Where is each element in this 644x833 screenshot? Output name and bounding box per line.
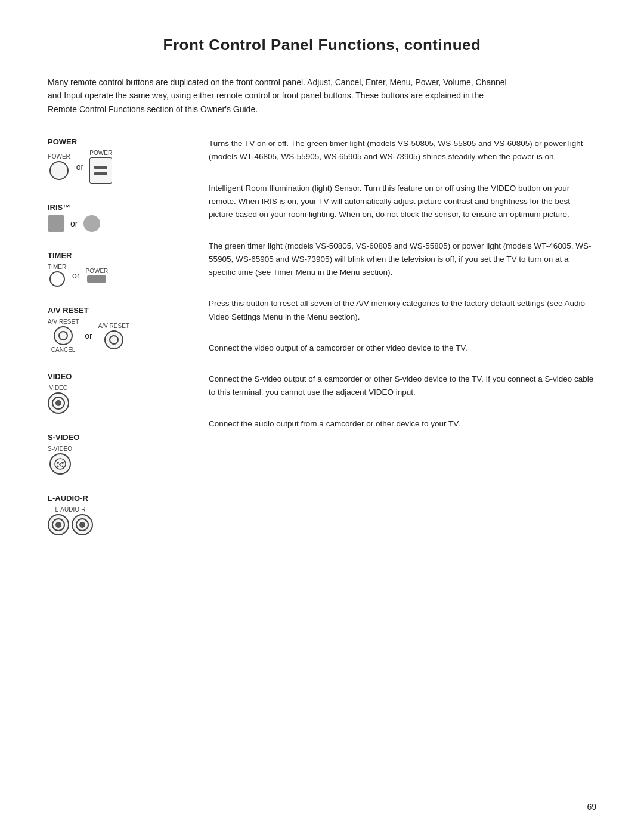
av-reset-icon-wrap-right: A/V RESET bbox=[98, 323, 129, 349]
video-sublabel: VIDEO bbox=[49, 385, 67, 391]
timer-power-rect bbox=[87, 275, 106, 283]
page-number: 69 bbox=[587, 802, 596, 812]
timer-description: The green timer light (models VS-50805, … bbox=[209, 240, 596, 280]
laudio-description: Connect the audio output from a camcorde… bbox=[209, 417, 596, 431]
power-circle-icon bbox=[49, 161, 69, 180]
svg-point-3 bbox=[57, 466, 58, 467]
av-reset-circle-left bbox=[54, 326, 73, 345]
section-av-reset: A/V RESET A/V RESET CANCEL or A/V RESET bbox=[48, 306, 191, 353]
section-laudio: L-AUDIO-R L-AUDIO-R bbox=[48, 494, 191, 535]
laudio-inner-left bbox=[55, 522, 61, 528]
svideo-svg bbox=[54, 457, 67, 470]
svideo-jack-icon bbox=[49, 453, 71, 475]
av-reset-label: A/V RESET bbox=[48, 306, 191, 315]
video-icons-row: VIDEO bbox=[48, 385, 191, 414]
video-jack-mid bbox=[52, 397, 65, 410]
svg-point-2 bbox=[61, 462, 64, 464]
timer-icons-row: TIMER or POWER bbox=[48, 264, 191, 287]
svideo-icon-wrap: S-VIDEO bbox=[48, 445, 72, 475]
laudio-mid-left bbox=[52, 518, 65, 531]
laudio-label: L-AUDIO-R bbox=[48, 494, 191, 503]
power-sublabel-left: POWER bbox=[48, 153, 70, 160]
power-icons-row: POWER or POWER bbox=[48, 150, 191, 184]
timer-sublabel-right: POWER bbox=[86, 268, 109, 274]
svideo-sublabel: S-VIDEO bbox=[48, 445, 72, 452]
power-icon-wrap-right: POWER bbox=[89, 150, 112, 184]
cancel-label: CANCEL bbox=[51, 346, 76, 353]
laudio-mid-right bbox=[76, 518, 89, 531]
timer-icon-wrap-right: POWER bbox=[86, 268, 109, 283]
laudio-two-jacks bbox=[48, 514, 93, 535]
section-iris: IRIS™ or bbox=[48, 203, 191, 232]
laudio-sublabel: L-AUDIO-R bbox=[55, 506, 85, 513]
rect-line-2 bbox=[94, 172, 107, 175]
video-jack-icon bbox=[48, 392, 69, 414]
laudio-jack-right bbox=[72, 514, 93, 535]
section-timer: TIMER TIMER or POWER bbox=[48, 251, 191, 287]
page-title: Front Control Panel Functions, continued bbox=[48, 36, 596, 54]
svg-point-1 bbox=[57, 462, 59, 464]
av-reset-inner-right bbox=[109, 335, 119, 345]
timer-sublabel-left: TIMER bbox=[48, 264, 66, 270]
power-icon-wrap-left: POWER bbox=[48, 153, 70, 180]
section-video: VIDEO VIDEO bbox=[48, 372, 191, 414]
video-jack-inner bbox=[55, 400, 61, 406]
av-reset-icon-wrap-left: A/V RESET CANCEL bbox=[48, 318, 79, 353]
laudio-icon-wrap: L-AUDIO-R bbox=[48, 506, 93, 535]
iris-or: or bbox=[70, 219, 78, 228]
av-reset-icons-row: A/V RESET CANCEL or A/V RESET bbox=[48, 318, 191, 353]
video-label: VIDEO bbox=[48, 372, 191, 381]
timer-label: TIMER bbox=[48, 251, 191, 260]
left-column: POWER POWER or POWER bbox=[48, 137, 203, 555]
iris-circle-icon bbox=[83, 215, 100, 232]
laudio-icons-row: L-AUDIO-R bbox=[48, 506, 191, 535]
av-reset-circle-right bbox=[104, 330, 123, 349]
iris-label: IRIS™ bbox=[48, 203, 191, 212]
video-description: Connect the video output of a camcorder … bbox=[209, 342, 596, 355]
power-label: POWER bbox=[48, 137, 191, 146]
power-or: or bbox=[76, 162, 83, 172]
section-svideo: S-VIDEO S-VIDEO bbox=[48, 433, 191, 475]
timer-icon-wrap-left: TIMER bbox=[48, 264, 66, 287]
content-grid: POWER POWER or POWER bbox=[48, 137, 596, 555]
laudio-inner-right bbox=[79, 522, 85, 528]
av-reset-sublabel-right: A/V RESET bbox=[98, 323, 129, 329]
section-power: POWER POWER or POWER bbox=[48, 137, 191, 184]
power-sublabel-right: POWER bbox=[89, 150, 112, 156]
iris-icons-row: or bbox=[48, 215, 191, 232]
laudio-jack-left bbox=[48, 514, 69, 535]
svg-point-5 bbox=[59, 464, 61, 466]
power-rect-icon bbox=[89, 157, 112, 184]
svg-point-4 bbox=[61, 466, 63, 467]
av-reset-sublabel-left: A/V RESET bbox=[48, 318, 79, 325]
av-reset-description: Press this button to reset all seven of … bbox=[209, 297, 596, 324]
svideo-description: Connect the S-video output of a camcorde… bbox=[209, 373, 596, 400]
iris-square-icon bbox=[48, 215, 64, 232]
timer-circle-icon bbox=[49, 271, 65, 287]
right-column: Turns the TV on or off. The green timer … bbox=[203, 137, 596, 555]
power-description: Turns the TV on or off. The green timer … bbox=[209, 137, 596, 164]
rect-line-1 bbox=[94, 166, 107, 169]
timer-or: or bbox=[72, 271, 79, 280]
iris-description: Intelligent Room Illumination (light) Se… bbox=[209, 182, 596, 222]
svideo-icons-row: S-VIDEO bbox=[48, 445, 191, 475]
av-reset-inner-left bbox=[58, 331, 68, 340]
av-reset-or: or bbox=[85, 331, 92, 340]
intro-text: Many remote control buttons are duplicat… bbox=[48, 76, 513, 116]
svideo-label: S-VIDEO bbox=[48, 433, 191, 442]
video-icon-wrap: VIDEO bbox=[48, 385, 69, 414]
